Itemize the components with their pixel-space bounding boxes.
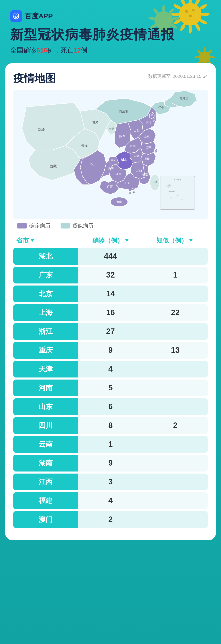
- cell-confirmed: 4: [78, 492, 143, 509]
- table-row: 天津4: [13, 361, 208, 378]
- cell-province: 重庆: [13, 342, 78, 359]
- cell-suspected: 22: [143, 304, 208, 321]
- content-card: 疫情地图 数据更新至 2020.01.23 15:54 新疆 西: [5, 63, 216, 540]
- map-container: 新疆 西藏 青海 甘肃 内蒙古 宁夏: [13, 90, 208, 219]
- cell-confirmed: 9: [78, 342, 143, 359]
- logo-text: 百度APP: [25, 12, 53, 21]
- cell-confirmed: 3: [78, 474, 143, 490]
- legend-suspected: 疑似病历: [61, 222, 94, 229]
- cell-suspected: [143, 455, 208, 472]
- table-row: 北京14: [13, 286, 208, 302]
- svg-text:湖南: 湖南: [116, 172, 121, 176]
- cell-suspected: [143, 248, 208, 265]
- update-time: 2020.01.23 15:54: [173, 74, 208, 79]
- svg-text:甘肃: 甘肃: [93, 120, 98, 124]
- svg-point-42: [17, 16, 18, 17]
- svg-text:山东: 山东: [144, 135, 150, 138]
- table-row: 重庆913: [13, 342, 208, 359]
- subtitle: 全国确诊616例，死亡17例: [10, 46, 211, 55]
- svg-text:浙江: 浙江: [145, 157, 151, 160]
- subtitle-mid: 例，死亡: [47, 46, 74, 54]
- legend-confirmed: 确诊病历: [17, 222, 50, 229]
- svg-rect-79: [160, 176, 195, 210]
- cell-confirmed: 5: [78, 380, 143, 396]
- cell-province: 湖南: [13, 455, 78, 472]
- table-row: 河南5: [13, 380, 208, 396]
- table-row: 云南1: [13, 436, 208, 453]
- svg-text:京: 京: [151, 114, 153, 116]
- svg-point-88: [129, 189, 131, 191]
- legend-suspected-label: 疑似病历: [72, 222, 94, 229]
- svg-text:重庆: 重庆: [111, 158, 116, 161]
- cell-suspected: 2: [143, 417, 208, 434]
- cell-province: 天津: [13, 361, 78, 378]
- cell-province: 浙江: [13, 323, 78, 340]
- cell-suspected: [143, 398, 208, 415]
- table-row: 浙江27: [13, 323, 208, 340]
- cell-suspected: [143, 474, 208, 490]
- table-row: 江西3: [13, 474, 208, 490]
- legend-confirmed-label: 确诊病历: [29, 222, 50, 229]
- svg-text:江西: 江西: [136, 169, 142, 172]
- cell-confirmed: 14: [78, 286, 143, 302]
- subtitle-suffix: 例: [81, 46, 87, 54]
- update-label: 数据更新至: [148, 74, 171, 79]
- svg-text:宁夏: 宁夏: [109, 127, 114, 130]
- cell-confirmed: 32: [78, 267, 143, 284]
- col-header-confirmed[interactable]: 确诊（例）: [78, 236, 142, 245]
- col-header-province[interactable]: 省市: [14, 236, 78, 245]
- svg-text:新疆: 新疆: [38, 128, 45, 132]
- cell-province: 山东: [13, 398, 78, 415]
- table-row: 湖北444: [13, 248, 208, 265]
- sort-arrow-confirmed: [125, 239, 128, 242]
- cell-suspected: [143, 492, 208, 509]
- cell-province: 四川: [13, 417, 78, 434]
- cell-confirmed: 444: [78, 248, 143, 265]
- svg-text:河南: 河南: [130, 144, 136, 147]
- svg-text:陕西: 陕西: [119, 134, 125, 138]
- svg-point-41: [15, 16, 16, 17]
- svg-point-85: [170, 197, 172, 198]
- svg-text:福建: 福建: [142, 173, 148, 176]
- svg-point-83: [176, 194, 179, 196]
- table-row: 四川82: [13, 417, 208, 434]
- table-row: 福建4: [13, 492, 208, 509]
- cell-province: 广东: [13, 267, 78, 284]
- svg-text:广西: 广西: [107, 185, 113, 188]
- cell-suspected: [143, 380, 208, 396]
- table-row: 澳门2: [13, 511, 208, 528]
- cell-suspected: 1: [143, 267, 208, 284]
- cell-province: 北京: [13, 286, 78, 302]
- svg-text:沪: 沪: [155, 150, 157, 152]
- table-body: 湖北444广东321北京14上海1622浙江27重庆913天津4河南5山东6四川…: [13, 248, 208, 528]
- svg-text:天津: 天津: [151, 125, 156, 128]
- cell-confirmed: 1: [78, 436, 143, 453]
- cell-confirmed: 4: [78, 361, 143, 378]
- cell-suspected: [143, 286, 208, 302]
- cell-suspected: [143, 436, 208, 453]
- confirmed-count: 616: [37, 46, 47, 54]
- map-update-info: 数据更新至 2020.01.23 15:54: [148, 71, 208, 80]
- cell-suspected: 13: [143, 342, 208, 359]
- svg-text:贵州: 贵州: [108, 166, 114, 170]
- legend-suspected-color: [61, 223, 70, 228]
- svg-text:港: 港: [133, 191, 135, 193]
- legend-confirmed-color: [17, 223, 27, 228]
- svg-text:河北: 河北: [146, 121, 151, 124]
- svg-point-81: [167, 186, 171, 188]
- svg-text:广东: 广东: [125, 182, 131, 184]
- svg-point-43: [15, 17, 17, 18]
- cell-confirmed: 16: [78, 304, 143, 321]
- svg-text:津: 津: [154, 119, 155, 122]
- cell-confirmed: 6: [78, 398, 143, 415]
- svg-text:江苏: 江苏: [145, 146, 151, 149]
- table-header-row: 省市 确诊（例） 疑似（例）: [13, 236, 208, 245]
- death-count: 17: [74, 46, 81, 54]
- table-row: 山东6: [13, 398, 208, 415]
- cell-province: 上海: [13, 304, 78, 321]
- cell-province: 云南: [13, 436, 78, 453]
- col-header-suspected[interactable]: 疑似（例）: [143, 236, 207, 245]
- table-row: 湖南9: [13, 455, 208, 472]
- baidu-logo: 百度APP: [10, 10, 211, 22]
- cell-province: 福建: [13, 492, 78, 509]
